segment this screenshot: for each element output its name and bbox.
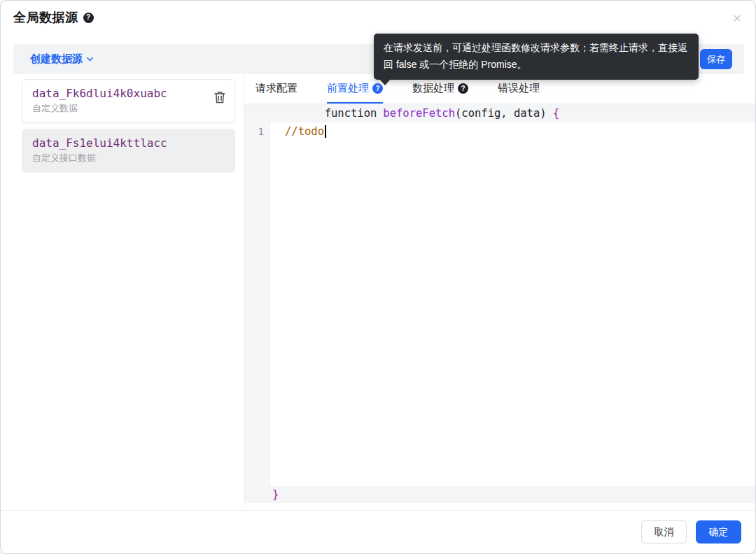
code-footer-line: } xyxy=(244,486,755,503)
data-processing-help-icon[interactable]: ? xyxy=(458,83,468,94)
datasource-name: data_Fk6dlui4k0xuabc xyxy=(32,87,225,100)
delete-datasource-button[interactable] xyxy=(214,90,226,104)
save-button[interactable]: 保存 xyxy=(700,49,732,69)
code-close-brace: } xyxy=(272,488,279,501)
global-datasource-modal: 全局数据源 ? × 创建数据源 保存 data_Fk6dlui4k0xuabc … xyxy=(0,0,756,554)
tab-label: 数据处理 xyxy=(412,82,454,95)
datasource-item[interactable]: data_Fs1elui4kttlacc 自定义接口数据 xyxy=(22,129,235,173)
modal-footer: 取消 确定 xyxy=(1,511,755,553)
tooltip-text: 在请求发送前，可通过处理函数修改请求参数；若需终止请求，直接返回 false 或… xyxy=(384,42,687,70)
confirm-button[interactable]: 确定 xyxy=(696,520,741,544)
code-comment: //todo xyxy=(285,125,324,138)
code-editor[interactable]: 1 functionbeforeFetch(config, data){ //t… xyxy=(244,104,755,503)
code-open-brace: { xyxy=(553,107,559,120)
cancel-button[interactable]: 取消 xyxy=(641,520,687,544)
line-number: 1 xyxy=(244,122,264,141)
code-empty-area[interactable] xyxy=(244,141,755,486)
datasource-type: 自定义数据 xyxy=(32,102,225,115)
page-title: 全局数据源 xyxy=(13,9,78,26)
code-params: (config, data) xyxy=(455,107,547,120)
datasource-list: data_Fk6dlui4k0xuabc 自定义数据 data_Fs1elui4… xyxy=(13,74,244,506)
code-header-line: functionbeforeFetch(config, data){ xyxy=(244,104,755,122)
datasource-type: 自定义接口数据 xyxy=(32,152,225,164)
code-function-name: beforeFetch xyxy=(383,107,455,120)
code-line-1[interactable]: //todo xyxy=(244,122,755,141)
tab-label: 前置处理 xyxy=(327,82,369,95)
tab-label: 错误处理 xyxy=(498,82,540,95)
close-icon[interactable]: × xyxy=(733,10,741,25)
datasource-item[interactable]: data_Fk6dlui4k0xuabc 自定义数据 xyxy=(22,79,235,123)
text-cursor xyxy=(325,125,326,138)
chevron-down-icon xyxy=(86,55,94,63)
trash-icon xyxy=(214,90,226,104)
tooltip-arrow xyxy=(379,79,391,85)
datasource-name: data_Fs1elui4kttlacc xyxy=(32,136,225,150)
create-datasource-label: 创建数据源 xyxy=(30,52,83,66)
help-tooltip: 在请求发送前，可通过处理函数修改请求参数；若需终止请求，直接返回 false 或… xyxy=(374,34,699,80)
create-datasource-button[interactable]: 创建数据源 xyxy=(30,52,94,66)
tab-label: 请求配置 xyxy=(255,82,298,95)
editor-gutter xyxy=(244,104,270,503)
code-keyword: function xyxy=(325,107,377,120)
title-help-icon[interactable]: ? xyxy=(83,13,94,23)
modal-header: 全局数据源 ? xyxy=(1,1,755,34)
